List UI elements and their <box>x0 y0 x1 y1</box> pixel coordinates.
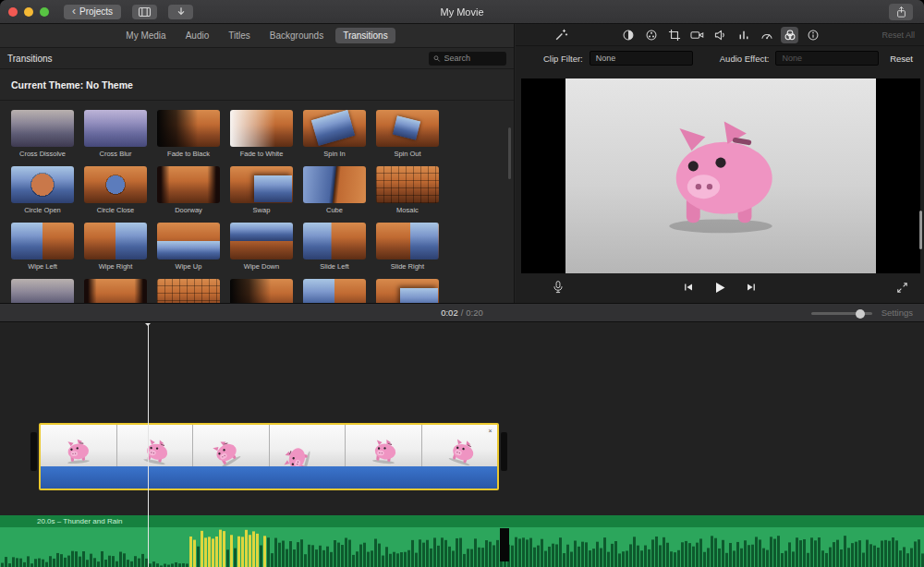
transport-bar <box>516 273 924 301</box>
fullscreen-button[interactable] <box>894 279 911 296</box>
tab-backgrounds[interactable]: Backgrounds <box>262 28 331 43</box>
clip-trim-handle-right[interactable] <box>501 432 507 471</box>
clip-effect-badge[interactable]: × <box>486 427 494 435</box>
video-clip[interactable]: × <box>39 423 499 490</box>
transition-item[interactable]: Cross Dissolve <box>11 110 74 158</box>
clip-information-button[interactable] <box>804 27 821 43</box>
transition-item[interactable]: Cube <box>303 166 366 214</box>
transition-item[interactable] <box>84 279 147 303</box>
transition-item[interactable]: Fade to White <box>230 110 293 158</box>
media-browser-panel: My MediaAudioTitlesBackgroundsTransition… <box>0 24 515 303</box>
reset-all-button[interactable]: Reset All <box>881 30 915 40</box>
chevron-left-icon: ‹ <box>72 7 76 16</box>
projects-back-button[interactable]: ‹ Projects <box>64 5 121 19</box>
transition-item[interactable]: Circle Close <box>84 166 147 214</box>
transition-item[interactable]: Swap <box>230 166 293 214</box>
transition-item[interactable] <box>376 279 439 303</box>
transition-item[interactable]: Cross Blur <box>84 110 147 158</box>
transition-item[interactable]: Wipe Down <box>230 223 293 271</box>
skip-forward-button[interactable] <box>743 279 760 296</box>
browser-scrollbar[interactable] <box>508 127 511 179</box>
import-button[interactable] <box>168 5 193 19</box>
transitions-grid: Cross DissolveCross BlurFade to BlackFad… <box>0 101 514 303</box>
clip-filter-value: None <box>596 54 616 63</box>
transition-label: Fade to White <box>230 150 293 158</box>
background-audio-clip[interactable]: 20.0s – Thunder and Rain <box>0 515 924 567</box>
audio-clip-body <box>0 527 924 567</box>
timeline[interactable]: × 20.0s – Thunder and Rain <box>0 323 924 567</box>
tab-titles[interactable]: Titles <box>221 28 258 43</box>
tab-audio[interactable]: Audio <box>178 28 217 43</box>
transition-item[interactable] <box>157 279 220 303</box>
current-time: 0:02 <box>441 308 458 318</box>
noise-reduction-button[interactable] <box>735 27 752 43</box>
transition-item[interactable]: Fade to Black <box>157 110 220 158</box>
transition-item[interactable]: Slide Left <box>303 223 366 271</box>
color-balance-button[interactable] <box>619 27 637 43</box>
zoom-slider[interactable] <box>811 312 872 315</box>
reset-button[interactable]: Reset <box>890 54 913 64</box>
transition-item[interactable]: Wipe Left <box>11 223 74 271</box>
crop-button[interactable] <box>665 27 683 43</box>
time-separator: / <box>461 308 464 318</box>
transition-label: Cross Dissolve <box>11 150 74 158</box>
play-button[interactable] <box>711 279 729 296</box>
browser-title: Transitions <box>7 54 53 64</box>
clip-trim-handle-left[interactable] <box>30 432 37 471</box>
tab-my-media[interactable]: My Media <box>118 28 173 43</box>
transition-item[interactable]: Wipe Right <box>84 223 147 271</box>
adjustment-icon-group <box>619 27 821 43</box>
voiceover-button[interactable] <box>549 279 566 296</box>
video-frame <box>565 78 876 273</box>
microphone-icon <box>552 280 565 295</box>
transition-thumbnail <box>376 166 439 203</box>
transition-item[interactable]: Spin In <box>303 110 366 158</box>
transition-item[interactable]: Spin Out <box>376 110 439 158</box>
audio-effect-dropdown[interactable]: None <box>775 51 879 66</box>
transition-item[interactable]: Wipe Up <box>157 223 220 271</box>
clip-filter-effects-button[interactable] <box>781 27 798 43</box>
transition-item[interactable] <box>230 279 293 303</box>
video-viewer <box>521 78 920 273</box>
transition-thumbnail <box>230 166 293 203</box>
transition-thumbnail <box>157 166 220 203</box>
clip-filter-dropdown[interactable]: None <box>590 51 693 66</box>
timeline-settings-button[interactable]: Settings <box>881 308 913 318</box>
skip-back-button[interactable] <box>680 279 698 296</box>
transition-item[interactable]: Mosaic <box>376 166 439 214</box>
transition-item[interactable]: Circle Open <box>11 166 74 214</box>
transition-thumbnail <box>303 110 366 147</box>
close-button[interactable] <box>8 7 18 17</box>
transition-label: Mosaic <box>376 206 439 214</box>
minimize-button[interactable] <box>24 7 33 17</box>
timeline-header: 0:02 / 0:20 Settings <box>0 303 924 322</box>
speed-button[interactable] <box>758 27 775 43</box>
auto-enhance-button[interactable] <box>553 27 570 43</box>
transition-item[interactable] <box>303 279 366 303</box>
speaker-icon <box>714 29 727 42</box>
color-correction-button[interactable] <box>642 27 660 43</box>
transition-thumbnail <box>11 223 74 259</box>
transition-item[interactable] <box>11 279 74 303</box>
transition-label: Wipe Left <box>11 262 74 271</box>
playhead[interactable] <box>148 323 149 567</box>
color-wheel-icon <box>645 29 658 42</box>
zoom-button[interactable] <box>40 7 49 17</box>
stabilization-button[interactable] <box>688 27 706 43</box>
share-button[interactable] <box>889 4 913 20</box>
tab-transitions[interactable]: Transitions <box>335 28 395 43</box>
transition-thumbnail <box>230 279 293 303</box>
browser-header: Transitions <box>0 47 514 69</box>
search-field[interactable] <box>429 52 506 66</box>
volume-button[interactable] <box>711 27 729 43</box>
panel-scrollbar[interactable] <box>919 211 922 249</box>
import-media-button[interactable] <box>132 5 157 19</box>
arrow-down-icon <box>175 6 188 18</box>
search-input[interactable] <box>444 54 502 63</box>
transition-thumbnail <box>303 166 366 203</box>
audio-effect-value: None <box>782 54 802 63</box>
transition-item[interactable]: Doorway <box>157 166 220 214</box>
zoom-slider-knob[interactable] <box>856 309 865 319</box>
transition-item[interactable]: Slide Right <box>376 223 439 271</box>
transition-thumbnail <box>11 166 74 203</box>
